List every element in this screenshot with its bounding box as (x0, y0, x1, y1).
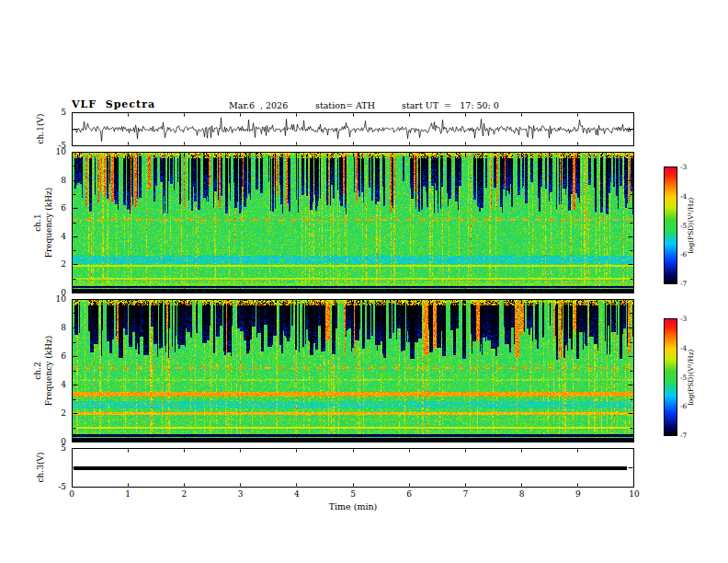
ch1-wave-y-tick-label: 5 (42, 108, 66, 117)
x-tick-label: 8 (513, 489, 531, 499)
ch1-spec-y-tick-label: 8 (42, 176, 66, 185)
ch1-spectrogram-panel (72, 152, 634, 293)
colorbar2-tick-label: -7 (680, 431, 699, 441)
x-tick-label: 6 (400, 489, 418, 499)
x-tick-label: 2 (175, 489, 193, 499)
colorbar1-tick-label: -6 (680, 250, 699, 259)
x-tick-label: 1 (119, 489, 137, 499)
x-tick-label: 9 (569, 489, 587, 499)
x-tick-label: 7 (456, 489, 474, 499)
ch3-wave-y-tick-label: 5 (42, 443, 66, 453)
x-tick-label: 5 (344, 489, 362, 499)
colorbar2-tick-label: -5 (680, 373, 699, 383)
x-tick-label: 10 (625, 489, 643, 499)
colorbar1-tick-label: -5 (680, 222, 699, 231)
vlf-spectra-figure: VLF Spectra Mar.6 , 2026 station= ATH st… (0, 0, 728, 563)
ch3-wave-y-tick-label: -5 (42, 482, 66, 491)
colorbar2-tick-label: -4 (680, 344, 699, 353)
plot-title: VLF Spectra (72, 98, 155, 110)
ch1-colorbar (664, 167, 677, 284)
ch1-spec-y-tick-label: 6 (42, 203, 66, 213)
x-tick-label: 4 (288, 489, 306, 499)
ch1-wave-y-tick-label: -5 (42, 141, 66, 150)
ch2-spec-y-tick-label: 10 (42, 294, 66, 304)
colorbar2-tick-label: -3 (680, 315, 699, 324)
ch1-spec-y-tick-label: 4 (42, 232, 66, 241)
ch2-spec-y-tick-label: 6 (42, 351, 66, 361)
ch1-waveform-panel (72, 112, 634, 146)
x-tick-label: 3 (232, 489, 250, 499)
colorbar2-tick-label: -6 (680, 402, 699, 411)
plot-station: station= ATH (315, 100, 375, 110)
ch2-colorbar (664, 318, 677, 436)
colorbar1-tick-label: -3 (680, 163, 699, 172)
colorbar1-tick-label: -7 (680, 280, 699, 289)
ch2-spec-y-tick-label: 8 (42, 323, 66, 332)
x-axis-label: Time (min) (261, 501, 445, 511)
plot-start-ut: start UT = 17: 50: 0 (402, 100, 499, 110)
ch1-spec-y-tick-label: 2 (42, 259, 66, 269)
ch3-waveform-panel (72, 448, 634, 488)
ch2-spec-y-tick-label: 2 (42, 408, 66, 418)
ch2-spec-y-tick-label: 4 (42, 380, 66, 389)
plot-date: Mar.6 , 2026 (229, 100, 288, 110)
colorbar1-tick-label: -4 (680, 192, 699, 201)
ch2-spectrogram-panel (72, 299, 634, 442)
